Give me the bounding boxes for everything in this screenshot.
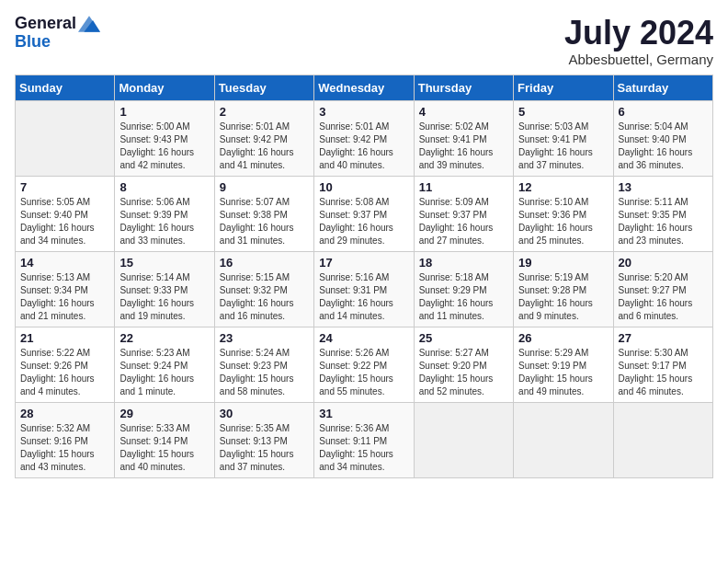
day-info: Sunrise: 5:06 AMSunset: 9:39 PMDaylight:… — [119, 196, 209, 247]
day-info: Sunrise: 5:27 AMSunset: 9:20 PMDaylight:… — [419, 347, 508, 398]
day-number: 11 — [419, 180, 508, 194]
calendar-cell: 9Sunrise: 5:07 AMSunset: 9:38 PMDaylight… — [214, 176, 313, 251]
calendar-table: SundayMondayTuesdayWednesdayThursdayFrid… — [15, 75, 713, 478]
calendar-week-row: 1Sunrise: 5:00 AMSunset: 9:43 PMDaylight… — [16, 100, 713, 176]
day-info: Sunrise: 5:01 AMSunset: 9:42 PMDaylight:… — [220, 121, 309, 172]
calendar-cell: 6Sunrise: 5:04 AMSunset: 9:40 PMDaylight… — [613, 100, 712, 176]
calendar-cell: 20Sunrise: 5:20 AMSunset: 9:27 PMDayligh… — [613, 251, 712, 327]
day-info: Sunrise: 5:26 AMSunset: 9:22 PMDaylight:… — [319, 347, 408, 398]
day-number: 16 — [220, 256, 309, 270]
location-subtitle: Abbesbuettel, Germany — [564, 52, 713, 67]
day-info: Sunrise: 5:07 AMSunset: 9:38 PMDaylight:… — [220, 196, 309, 247]
calendar-cell: 17Sunrise: 5:16 AMSunset: 9:31 PMDayligh… — [314, 251, 414, 327]
logo-icon — [78, 16, 100, 32]
day-info: Sunrise: 5:23 AMSunset: 9:24 PMDaylight:… — [119, 347, 209, 398]
calendar-cell: 10Sunrise: 5:08 AMSunset: 9:37 PMDayligh… — [314, 176, 414, 251]
calendar-week-row: 7Sunrise: 5:05 AMSunset: 9:40 PMDaylight… — [16, 176, 713, 251]
calendar-cell: 4Sunrise: 5:02 AMSunset: 9:41 PMDaylight… — [414, 100, 513, 176]
logo-general: General — [15, 15, 76, 33]
calendar-cell: 23Sunrise: 5:24 AMSunset: 9:23 PMDayligh… — [214, 327, 313, 402]
day-number: 2 — [220, 105, 309, 119]
day-number: 28 — [20, 407, 109, 420]
calendar-cell: 16Sunrise: 5:15 AMSunset: 9:32 PMDayligh… — [214, 251, 313, 327]
day-header-friday: Friday — [514, 75, 613, 100]
day-info: Sunrise: 5:05 AMSunset: 9:40 PMDaylight:… — [20, 196, 109, 247]
day-number: 13 — [619, 180, 708, 194]
day-info: Sunrise: 5:09 AMSunset: 9:37 PMDaylight:… — [419, 196, 508, 247]
day-number: 4 — [419, 105, 508, 119]
day-number: 19 — [518, 256, 608, 270]
day-info: Sunrise: 5:01 AMSunset: 9:42 PMDaylight:… — [319, 121, 408, 172]
day-info: Sunrise: 5:20 AMSunset: 9:27 PMDaylight:… — [619, 271, 708, 323]
day-number: 31 — [319, 407, 408, 420]
calendar-cell: 13Sunrise: 5:11 AMSunset: 9:35 PMDayligh… — [613, 176, 712, 251]
day-info: Sunrise: 5:04 AMSunset: 9:40 PMDaylight:… — [619, 121, 708, 172]
day-number: 22 — [119, 331, 209, 345]
calendar-cell: 12Sunrise: 5:10 AMSunset: 9:36 PMDayligh… — [514, 176, 613, 251]
day-number: 7 — [20, 180, 109, 194]
calendar-week-row: 21Sunrise: 5:22 AMSunset: 9:26 PMDayligh… — [16, 327, 713, 402]
day-number: 26 — [518, 331, 608, 345]
calendar-cell: 11Sunrise: 5:09 AMSunset: 9:37 PMDayligh… — [414, 176, 513, 251]
calendar-cell: 19Sunrise: 5:19 AMSunset: 9:28 PMDayligh… — [514, 251, 613, 327]
calendar-cell: 7Sunrise: 5:05 AMSunset: 9:40 PMDaylight… — [16, 176, 115, 251]
logo: General Blue — [15, 15, 100, 52]
day-info: Sunrise: 5:15 AMSunset: 9:32 PMDaylight:… — [220, 271, 309, 323]
day-number: 18 — [419, 256, 508, 270]
day-header-wednesday: Wednesday — [314, 75, 414, 100]
day-number: 20 — [619, 256, 708, 270]
day-number: 12 — [518, 180, 608, 194]
day-number: 23 — [220, 331, 309, 345]
day-number: 17 — [319, 256, 408, 270]
calendar-cell: 3Sunrise: 5:01 AMSunset: 9:42 PMDaylight… — [314, 100, 414, 176]
day-number: 27 — [619, 331, 708, 345]
calendar-cell — [414, 402, 513, 477]
calendar-cell: 2Sunrise: 5:01 AMSunset: 9:42 PMDaylight… — [214, 100, 313, 176]
day-info: Sunrise: 5:32 AMSunset: 9:16 PMDaylight:… — [20, 422, 109, 474]
calendar-cell — [613, 402, 712, 477]
day-number: 10 — [319, 180, 408, 194]
day-info: Sunrise: 5:03 AMSunset: 9:41 PMDaylight:… — [518, 121, 608, 172]
day-number: 14 — [20, 256, 109, 270]
calendar-cell: 1Sunrise: 5:00 AMSunset: 9:43 PMDaylight… — [115, 100, 214, 176]
calendar-cell: 25Sunrise: 5:27 AMSunset: 9:20 PMDayligh… — [414, 327, 513, 402]
calendar-cell: 28Sunrise: 5:32 AMSunset: 9:16 PMDayligh… — [16, 402, 115, 477]
calendar-cell: 8Sunrise: 5:06 AMSunset: 9:39 PMDaylight… — [115, 176, 214, 251]
calendar-cell: 29Sunrise: 5:33 AMSunset: 9:14 PMDayligh… — [115, 402, 214, 477]
day-info: Sunrise: 5:08 AMSunset: 9:37 PMDaylight:… — [319, 196, 408, 247]
day-info: Sunrise: 5:11 AMSunset: 9:35 PMDaylight:… — [619, 196, 708, 247]
day-header-sunday: Sunday — [16, 75, 115, 100]
calendar-cell — [514, 402, 613, 477]
day-info: Sunrise: 5:33 AMSunset: 9:14 PMDaylight:… — [119, 422, 209, 474]
day-number: 25 — [419, 331, 508, 345]
calendar-cell: 15Sunrise: 5:14 AMSunset: 9:33 PMDayligh… — [115, 251, 214, 327]
page-header: General Blue July 2024 Abbesbuettel, Ger… — [15, 15, 713, 67]
calendar-cell: 14Sunrise: 5:13 AMSunset: 9:34 PMDayligh… — [16, 251, 115, 327]
day-number: 5 — [518, 105, 608, 119]
calendar-week-row: 28Sunrise: 5:32 AMSunset: 9:16 PMDayligh… — [16, 402, 713, 477]
day-number: 15 — [119, 256, 209, 270]
calendar-cell — [16, 100, 115, 176]
day-number: 24 — [319, 331, 408, 345]
day-info: Sunrise: 5:16 AMSunset: 9:31 PMDaylight:… — [319, 271, 408, 323]
day-info: Sunrise: 5:29 AMSunset: 9:19 PMDaylight:… — [518, 347, 608, 398]
day-number: 3 — [319, 105, 408, 119]
day-info: Sunrise: 5:22 AMSunset: 9:26 PMDaylight:… — [20, 347, 109, 398]
calendar-cell: 27Sunrise: 5:30 AMSunset: 9:17 PMDayligh… — [613, 327, 712, 402]
day-info: Sunrise: 5:13 AMSunset: 9:34 PMDaylight:… — [20, 271, 109, 323]
day-info: Sunrise: 5:00 AMSunset: 9:43 PMDaylight:… — [119, 121, 209, 172]
day-info: Sunrise: 5:24 AMSunset: 9:23 PMDaylight:… — [220, 347, 309, 398]
day-info: Sunrise: 5:02 AMSunset: 9:41 PMDaylight:… — [419, 121, 508, 172]
day-info: Sunrise: 5:36 AMSunset: 9:11 PMDaylight:… — [319, 422, 408, 474]
day-header-tuesday: Tuesday — [214, 75, 313, 100]
day-info: Sunrise: 5:18 AMSunset: 9:29 PMDaylight:… — [419, 271, 508, 323]
calendar-cell: 21Sunrise: 5:22 AMSunset: 9:26 PMDayligh… — [16, 327, 115, 402]
day-number: 30 — [220, 407, 309, 420]
day-number: 8 — [119, 180, 209, 194]
title-block: July 2024 Abbesbuettel, Germany — [564, 15, 713, 67]
day-info: Sunrise: 5:35 AMSunset: 9:13 PMDaylight:… — [220, 422, 309, 474]
day-number: 9 — [220, 180, 309, 194]
day-number: 1 — [119, 105, 209, 119]
day-info: Sunrise: 5:19 AMSunset: 9:28 PMDaylight:… — [518, 271, 608, 323]
day-info: Sunrise: 5:14 AMSunset: 9:33 PMDaylight:… — [119, 271, 209, 323]
